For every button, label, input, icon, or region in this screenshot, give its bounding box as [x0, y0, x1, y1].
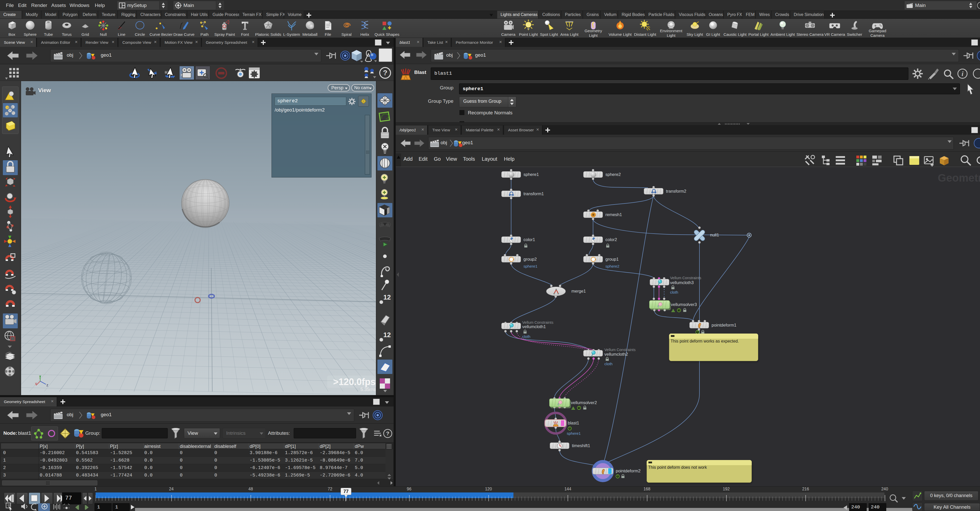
- svg-text:?: ?: [386, 430, 390, 436]
- svg-text:12: 12: [383, 294, 391, 301]
- svg-text:?: ?: [383, 69, 387, 77]
- svg-text:x: x: [35, 381, 37, 386]
- svg-text:z: z: [46, 383, 48, 387]
- svg-text:12: 12: [383, 331, 391, 339]
- svg-text:y: y: [39, 374, 41, 378]
- svg-text:i: i: [961, 70, 964, 78]
